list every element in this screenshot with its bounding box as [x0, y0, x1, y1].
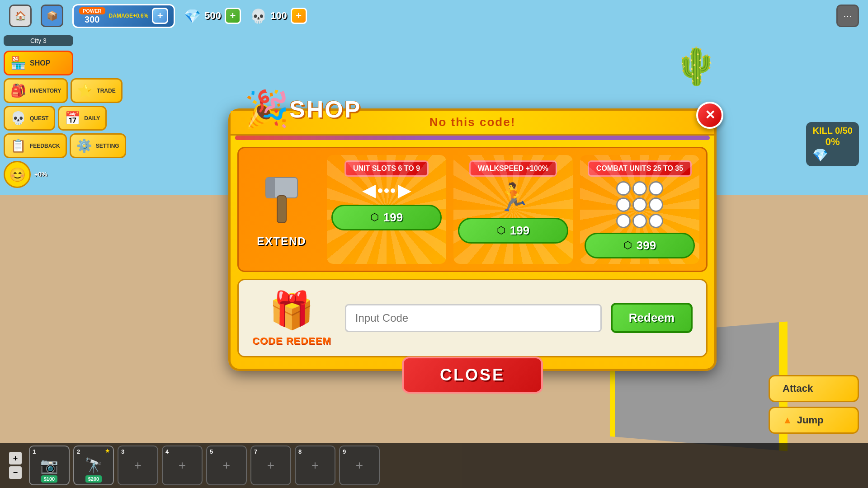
extend-label: EXTEND — [257, 235, 306, 248]
sidebar-row-3: 💀 QUEST 📅 DAILY — [4, 106, 73, 131]
product-card-unit-slots: UNIT SLOTS 6 TO 9 ◀ ▶ ⬡ — [327, 155, 446, 264]
hotbar-slot-5[interactable]: 5 + — [206, 446, 247, 485]
gift-area: 🎁 CODE REDEEM — [252, 289, 331, 347]
slot-3-number: 3 — [121, 448, 124, 455]
svg-rect-1 — [277, 196, 286, 223]
modal-body: EXTEND UNIT SLOTS 6 TO 9 ◀ — [231, 140, 714, 364]
slot-2-star: ★ — [105, 447, 110, 454]
dots-visual — [378, 188, 395, 193]
sidebar-item-shop[interactable]: 🏪 SHOP — [4, 51, 73, 75]
buy-btn-1[interactable]: ⬡ 199 — [331, 205, 442, 230]
gem-icon: 💎 — [184, 8, 201, 24]
power-value: 300 — [85, 14, 99, 25]
slot-3-add: + — [134, 458, 142, 473]
redeem-label: CODE REDEEM — [252, 335, 331, 347]
close-x-icon: ✕ — [705, 108, 715, 122]
avatar[interactable]: 😊 — [4, 161, 31, 188]
unit-2 — [632, 181, 647, 196]
player-bonus: +0% — [34, 171, 47, 178]
damage-value: DAMAGE+0.6% — [109, 13, 149, 19]
unit-1 — [616, 181, 631, 196]
inventory-label: INVENTORY — [30, 88, 61, 94]
power-bar: POWER 300 DAMAGE+0.6% + — [72, 4, 175, 28]
price-1: 199 — [383, 211, 403, 225]
hotbar-slot-1[interactable]: 1 📷 $100 — [29, 446, 70, 485]
sidebar-item-quest[interactable]: 💀 QUEST — [4, 106, 55, 131]
slot-4-add: + — [179, 458, 186, 473]
slot-2-icon: 🔭 — [85, 457, 103, 474]
slot-2-price: $200 — [85, 475, 102, 483]
city-label: City 3 — [4, 35, 73, 46]
gems-value: 500 — [204, 10, 221, 22]
add-kills-btn[interactable]: + — [291, 8, 307, 24]
menu-btn-2[interactable]: 📦 — [41, 5, 63, 27]
buy-btn-2[interactable]: ⬡ 199 — [458, 218, 568, 244]
add-gems-btn[interactable]: + — [225, 8, 241, 24]
progress-fill — [235, 136, 425, 140]
buy-btn-3[interactable]: ⬡ 399 — [585, 233, 695, 258]
product-cards: UNIT SLOTS 6 TO 9 ◀ ▶ ⬡ — [327, 155, 699, 264]
sidebar-item-inventory[interactable]: 🎒 INVENTORY — [4, 78, 68, 103]
modal-footer: CLOSE — [231, 364, 714, 369]
shop-header-decoration: 🎉 SHOP — [244, 88, 361, 131]
unit-4 — [616, 197, 631, 212]
hotbar-slot-6[interactable]: 7 + — [250, 446, 291, 485]
slot-6-add: + — [267, 458, 274, 473]
add-power-btn[interactable]: + — [152, 8, 168, 24]
left-arrow-icon: ◀ — [363, 181, 375, 200]
gems-block: 💎 500 + — [184, 8, 241, 24]
shop-modal: 🎉 SHOP No this code! ✕ — [228, 108, 717, 371]
close-x-btn[interactable]: ✕ — [696, 102, 723, 129]
slot-4-number: 4 — [165, 448, 169, 455]
slot-1-icon: 📷 — [40, 457, 58, 474]
progress-bar — [235, 136, 710, 140]
sidebar-item-feedback[interactable]: 📋 FEEDBACK — [4, 133, 67, 158]
zoom-out-btn[interactable]: − — [9, 466, 22, 479]
code-input[interactable] — [345, 304, 602, 332]
right-arrow-icon: ▶ — [398, 181, 410, 200]
hotbar-slot-8[interactable]: 9 + — [339, 446, 380, 485]
zoom-controls: + − — [9, 452, 22, 479]
menu-btn-1[interactable]: 🏠 — [9, 5, 32, 27]
bottom-hotbar: + − 1 📷 $100 2 ★ 🔭 $200 3 + 4 + 5 + 7 + … — [0, 443, 868, 488]
hotbar-slot-4[interactable]: 4 + — [162, 446, 203, 485]
close-main-button[interactable]: CLOSE — [402, 357, 543, 394]
slot-7-number: 8 — [298, 448, 302, 455]
hammer-icon — [252, 171, 311, 231]
redeem-btn-label: Redeem — [629, 311, 675, 324]
unit-9 — [649, 214, 663, 228]
feedback-icon: 📋 — [10, 138, 26, 153]
shop-title: SHOP — [289, 96, 361, 123]
slot-5-number: 5 — [210, 448, 213, 455]
robux-icon-2: ⬡ — [497, 225, 505, 236]
kills-block: 💀 100 + — [250, 8, 307, 24]
shop-icon: 🏪 — [10, 56, 26, 70]
shop-label: SHOP — [30, 59, 50, 67]
quest-icon: 💀 — [10, 111, 26, 126]
shop-mascot-icon: 🎉 — [244, 88, 289, 131]
redeem-button[interactable]: Redeem — [611, 303, 693, 333]
close-main-label: CLOSE — [440, 366, 505, 384]
unit-3 — [649, 181, 663, 196]
hotbar-slot-3[interactable]: 3 + — [118, 446, 158, 485]
unit-7 — [616, 214, 631, 228]
product-card-walkspeed: WALKSPEED +100% 🏃 ⬡ 199 — [453, 155, 573, 264]
combat-units-label: COMBAT UNITS 25 TO 35 — [588, 160, 692, 177]
run-figure-icon: 🏃 — [496, 181, 530, 213]
extend-area: EXTEND — [245, 171, 318, 248]
more-btn[interactable]: ⋯ — [836, 5, 859, 27]
slot-8-number: 9 — [343, 448, 346, 455]
redeem-section: 🎁 CODE REDEEM Redeem — [237, 279, 708, 357]
sidebar-row-2: 🎒 INVENTORY ⭐ TRADE — [4, 78, 73, 103]
zoom-in-btn[interactable]: + — [9, 452, 22, 465]
slot-5-add: + — [223, 458, 230, 473]
hotbar-slot-2[interactable]: 2 ★ 🔭 $200 — [73, 446, 114, 485]
top-hud: 🏠 📦 POWER 300 DAMAGE+0.6% + 💎 500 + 💀 10… — [0, 0, 868, 32]
sidebar-row-4: 📋 FEEDBACK ⚙️ SETTING — [4, 133, 73, 158]
svg-rect-2 — [266, 178, 275, 198]
robux-icon-3: ⬡ — [623, 239, 632, 251]
unit-5 — [632, 197, 647, 212]
notification-text: No this code! — [429, 115, 516, 129]
hotbar-slot-7[interactable]: 8 + — [295, 446, 335, 485]
units-grid — [616, 181, 663, 228]
